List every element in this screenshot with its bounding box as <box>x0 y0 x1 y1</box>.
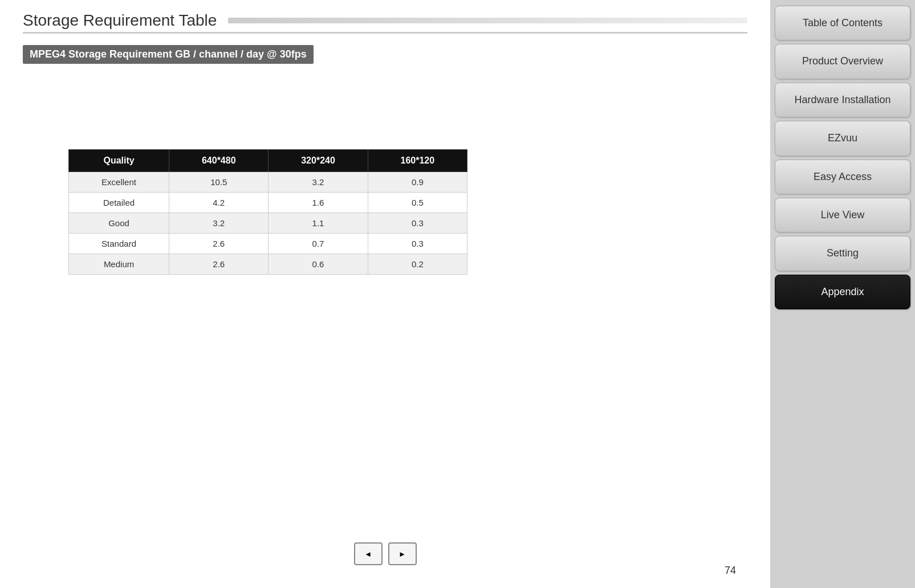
sidebar-btn-setting[interactable]: Setting <box>775 236 910 271</box>
storage-table: Quality640*480320*240160*120 Excellent10… <box>68 149 467 275</box>
table-cell: 10.5 <box>169 172 269 193</box>
table-cell: 0.7 <box>269 234 368 254</box>
bottom-navigation: ◄ ► <box>354 542 417 565</box>
table-header-cell: Quality <box>69 150 169 172</box>
table-header-cell: 320*240 <box>269 150 368 172</box>
table-cell: 1.6 <box>269 193 368 213</box>
next-button[interactable]: ► <box>388 542 417 565</box>
table-row: Good3.21.10.3 <box>69 213 467 234</box>
table-header-row: Quality640*480320*240160*120 <box>69 150 467 172</box>
table-cell: 2.6 <box>169 234 269 254</box>
sidebar-btn-table-of-contents[interactable]: Table of Contents <box>775 6 910 40</box>
table-row: Standard2.60.70.3 <box>69 234 467 254</box>
table-container: Quality640*480320*240160*120 Excellent10… <box>68 149 747 275</box>
prev-icon: ◄ <box>364 550 372 558</box>
sidebar-btn-ezvuu[interactable]: EZvuu <box>775 121 910 156</box>
table-cell: 2.6 <box>169 254 269 275</box>
title-bar-decoration <box>228 18 747 23</box>
sidebar-btn-product-overview[interactable]: Product Overview <box>775 44 910 79</box>
table-header-cell: 640*480 <box>169 150 269 172</box>
table-cell: 0.3 <box>368 213 467 234</box>
table-header-cell: 160*120 <box>368 150 467 172</box>
table-cell: Excellent <box>69 172 169 193</box>
table-cell: Medium <box>69 254 169 275</box>
page-subtitle: MPEG4 Storage Requirement GB / channel /… <box>23 45 314 64</box>
sidebar-btn-hardware-installation[interactable]: Hardware Installation <box>775 83 910 117</box>
prev-button[interactable]: ◄ <box>354 542 383 565</box>
table-cell: 0.2 <box>368 254 467 275</box>
page-title-container: Storage Requirement Table <box>23 11 747 34</box>
table-cell: 0.6 <box>269 254 368 275</box>
table-row: Excellent10.53.20.9 <box>69 172 467 193</box>
table-cell: 0.3 <box>368 234 467 254</box>
table-row: Medium2.60.60.2 <box>69 254 467 275</box>
page-number: 74 <box>725 565 736 577</box>
sidebar-btn-easy-access[interactable]: Easy Access <box>775 160 910 194</box>
table-row: Detailed4.21.60.5 <box>69 193 467 213</box>
table-cell: Detailed <box>69 193 169 213</box>
table-body: Excellent10.53.20.9Detailed4.21.60.5Good… <box>69 172 467 275</box>
table-cell: 0.9 <box>368 172 467 193</box>
table-cell: 0.5 <box>368 193 467 213</box>
page-title: Storage Requirement Table <box>23 11 217 30</box>
table-cell: 3.2 <box>269 172 368 193</box>
sidebar-btn-live-view[interactable]: Live View <box>775 198 910 232</box>
table-cell: 3.2 <box>169 213 269 234</box>
table-cell: Standard <box>69 234 169 254</box>
sidebar-btn-appendix[interactable]: Appendix <box>775 275 910 309</box>
table-cell: 4.2 <box>169 193 269 213</box>
table-cell: Good <box>69 213 169 234</box>
sidebar: Table of ContentsProduct OverviewHardwar… <box>770 0 915 588</box>
table-cell: 1.1 <box>269 213 368 234</box>
main-content: Storage Requirement Table MPEG4 Storage … <box>0 0 770 588</box>
next-icon: ► <box>398 550 406 558</box>
